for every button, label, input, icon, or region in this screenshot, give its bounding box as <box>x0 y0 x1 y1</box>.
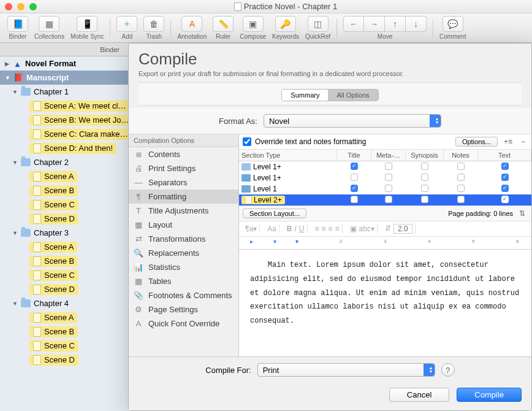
binder-scene[interactable]: Scene C <box>0 339 128 353</box>
option-print-settings[interactable]: 🖨Print Settings <box>129 161 238 175</box>
level-row[interactable]: Level 1+ <box>239 172 531 183</box>
option-separators[interactable]: —Separators <box>129 175 238 190</box>
level-row[interactable]: Level 2+ <box>239 194 531 205</box>
segment-all-options[interactable]: All Options <box>328 90 378 101</box>
checkbox[interactable] <box>457 174 465 181</box>
remove-level-icon[interactable]: − <box>519 137 528 146</box>
level-row[interactable]: Level 1+ <box>239 161 531 172</box>
option-formatting[interactable]: ¶Formatting <box>129 190 238 204</box>
align-justify-button[interactable]: ≡ <box>335 225 340 233</box>
binder-scene[interactable]: Scene D: And then! <box>0 141 128 155</box>
collections-toolbar-button[interactable]: ▦Collections <box>32 16 67 40</box>
color-button[interactable]: ▣ <box>350 225 357 233</box>
segment-summary[interactable]: Summary <box>282 90 328 101</box>
option-title-adjustments[interactable]: TTitle Adjustments <box>129 204 238 218</box>
line-spacing-value[interactable]: 2.0 <box>393 224 412 234</box>
checkbox[interactable] <box>385 185 392 192</box>
ruler-marker-first-indent[interactable]: ▸ <box>250 238 253 245</box>
binder-chapter[interactable]: ▼Chapter 2 <box>0 155 128 169</box>
option-transformations[interactable]: ⇄Transformations <box>129 232 238 246</box>
binder-scene[interactable]: Scene B <box>0 325 128 339</box>
checkbox[interactable] <box>457 185 465 192</box>
checkbox[interactable] <box>385 174 392 181</box>
checkbox[interactable] <box>421 163 428 170</box>
checkbox[interactable] <box>421 196 428 203</box>
italic-button[interactable]: I <box>294 225 296 233</box>
option-footnotes-comments[interactable]: 📎Footnotes & Comments <box>129 288 238 302</box>
align-right-button[interactable]: ≡ <box>329 225 333 233</box>
quickref-toolbar-button[interactable]: ◫QuickRef <box>303 16 333 40</box>
align-left-button[interactable]: ≡ <box>315 225 319 233</box>
option-page-settings[interactable]: ⚙Page Settings <box>129 302 238 317</box>
checkbox[interactable] <box>501 174 509 181</box>
level-row[interactable]: Level 1 <box>239 183 531 194</box>
zoom-window-button[interactable] <box>29 3 37 10</box>
mobile-sync-toolbar-button[interactable]: 📱Mobile Sync <box>68 16 106 40</box>
binder-manuscript[interactable]: ▼📕Manuscript <box>0 71 128 85</box>
trash-toolbar-button[interactable]: 🗑Trash <box>141 16 167 40</box>
checkbox[interactable] <box>421 174 428 181</box>
binder-scene[interactable]: Scene B <box>0 254 128 268</box>
binder-scene[interactable]: Scene B: We meet Jo… <box>0 113 128 127</box>
keywords-toolbar-button[interactable]: 🔑Keywords <box>270 16 302 40</box>
binder-novel-format[interactable]: ▶▲Novel Format <box>0 56 128 71</box>
page-padding-stepper[interactable]: ⇅ <box>517 209 528 218</box>
comment-toolbar-button[interactable]: 💬Comment <box>437 16 468 40</box>
help-button[interactable]: ? <box>441 363 455 377</box>
binder-scene[interactable]: Scene A: We meet cl… <box>0 99 128 113</box>
checkbox[interactable] <box>501 163 509 170</box>
option-quick-font-override[interactable]: AQuick Font Override <box>129 317 238 331</box>
checkbox[interactable] <box>501 185 509 192</box>
option-replacements[interactable]: 🔍Replacements <box>129 246 238 260</box>
underline-button[interactable]: U <box>299 225 305 233</box>
move-right-button[interactable]: → <box>364 16 385 32</box>
add-level-icon[interactable]: +≡ <box>501 137 515 146</box>
checkbox[interactable] <box>421 185 428 192</box>
binder-scene[interactable]: Scene C <box>0 268 128 282</box>
annotation-toolbar-button[interactable]: AAnnotation <box>175 16 209 40</box>
binder-scene[interactable]: Scene D <box>0 282 128 296</box>
binder-scene[interactable]: Scene A <box>0 240 128 254</box>
minimize-window-button[interactable] <box>17 3 25 10</box>
option-contents[interactable]: ≣Contents <box>129 147 238 161</box>
binder-chapter[interactable]: ▼Chapter 3 <box>0 226 128 240</box>
cancel-button[interactable]: Cancel <box>389 388 449 402</box>
add-toolbar-button[interactable]: ＋Add <box>114 16 140 40</box>
align-center-button[interactable]: ≡ <box>322 225 326 233</box>
letter-case-button[interactable]: abc▾ <box>359 225 374 233</box>
paragraph-style-icon[interactable]: ¶a▾ <box>245 225 257 233</box>
move-toolbar-group[interactable]: ← → ↑ ↓ Move <box>341 16 429 40</box>
compile-button[interactable]: Compile <box>457 388 522 402</box>
option-layout[interactable]: ▦Layout <box>129 218 238 232</box>
binder-scene[interactable]: Scene B <box>0 183 128 198</box>
checkbox[interactable] <box>457 196 465 203</box>
close-window-button[interactable] <box>5 3 12 10</box>
checkbox[interactable] <box>351 174 358 181</box>
ruler-toolbar-button[interactable]: 📏Ruler <box>210 16 236 40</box>
binder-scene[interactable]: Scene C: Clara make… <box>0 127 128 141</box>
checkbox[interactable] <box>351 163 358 170</box>
view-segment[interactable]: Summary All Options <box>281 89 378 101</box>
options-button[interactable]: Options... <box>455 137 498 147</box>
binder-scene[interactable]: Scene D <box>0 212 128 226</box>
binder-chapter[interactable]: ▼Chapter 1 <box>0 85 128 99</box>
checkbox[interactable] <box>457 163 465 170</box>
override-formatting-checkbox[interactable] <box>243 137 251 146</box>
compile-for-dropdown[interactable]: Print▴▾ <box>257 363 435 377</box>
binder-tab[interactable]: Binder <box>0 44 128 56</box>
ruler[interactable]: ▸ ▾ 1 ▾ 2 3 4 5 6 <box>239 236 531 250</box>
move-left-button[interactable]: ← <box>343 16 364 32</box>
section-layout-button[interactable]: Section Layout... <box>243 209 306 218</box>
bold-button[interactable]: B <box>287 225 292 233</box>
font-family-control[interactable]: Aa <box>267 225 276 233</box>
compose-toolbar-button[interactable]: ▣Compose <box>237 16 268 40</box>
move-down-button[interactable]: ↓ <box>406 16 427 32</box>
move-up-button[interactable]: ↑ <box>385 16 406 32</box>
checkbox[interactable] <box>385 163 392 170</box>
binder-scene[interactable]: Scene A <box>0 310 128 325</box>
binder-chapter[interactable]: ▼Chapter 4 <box>0 296 128 310</box>
option-tables[interactable]: ▦Tables <box>129 274 238 288</box>
binder-scene[interactable]: Scene C <box>0 198 128 212</box>
checkbox[interactable] <box>385 196 392 203</box>
checkbox[interactable] <box>351 185 358 192</box>
